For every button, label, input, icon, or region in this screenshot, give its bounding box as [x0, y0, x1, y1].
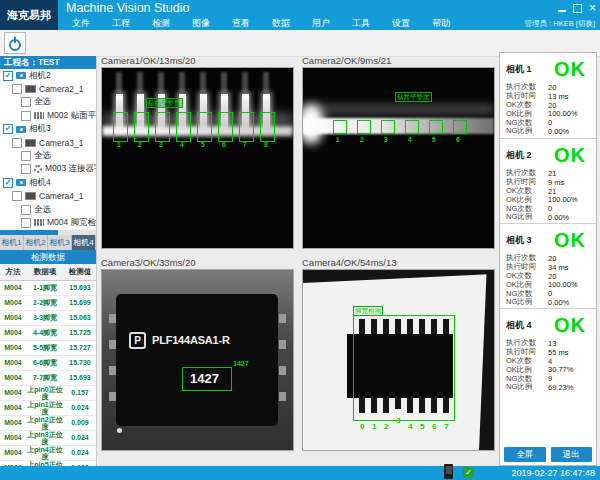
tree-item-camera4-1[interactable]: Camera4_1: [0, 190, 96, 203]
tree-item-camera4[interactable]: ✓相机4: [0, 176, 96, 189]
tree-item-camera2-1[interactable]: Camera2_1: [0, 82, 96, 95]
pin-number: 1: [117, 141, 121, 148]
pin: [109, 340, 116, 349]
menu-item-project[interactable]: 工程: [112, 17, 130, 30]
stat-value: 9 ms: [548, 178, 564, 187]
status-badge: OK: [554, 144, 591, 167]
checkbox[interactable]: [12, 191, 22, 201]
pin: [109, 314, 116, 323]
inspection-box: [260, 112, 275, 142]
table-row[interactable]: M0043-3脚宽15.063: [0, 311, 96, 326]
titlebar: 海克易邦 Machine Vision Studio × 文件 工程 检测 图像…: [0, 0, 600, 30]
maximize-icon[interactable]: [573, 4, 582, 13]
checkbox[interactable]: [12, 84, 22, 94]
checkbox-checked[interactable]: ✓: [3, 178, 13, 188]
tab-camera1[interactable]: 相机1: [0, 235, 24, 250]
menu-item-view[interactable]: 查看: [232, 17, 250, 30]
tree-item-camera2[interactable]: ✓相机2: [0, 69, 96, 82]
admin-switch-link[interactable]: 管理员 : HKEB [切换]: [525, 19, 595, 29]
tab-camera4[interactable]: 相机4: [72, 235, 96, 250]
cell-value: 15.730: [64, 359, 96, 366]
stat-label: NG比例: [506, 212, 548, 222]
stat-value: 100.00%: [548, 109, 578, 118]
table-row[interactable]: M004上pin2正位度0.009: [0, 416, 96, 431]
checkbox[interactable]: [21, 205, 31, 215]
inspection-box: [155, 112, 170, 142]
cell-item: 上pin2正位度: [26, 416, 64, 431]
checkbox-checked[interactable]: ✓: [3, 124, 13, 134]
ocr-result: 1427: [233, 360, 249, 367]
table-row[interactable]: M0044-4脚宽15.725: [0, 326, 96, 341]
table-row[interactable]: M0046-6脚宽15.730: [0, 356, 96, 371]
camera3-panel: Camera3/OK/33ms/20 P PLF144ASA1-R 1427 1…: [101, 256, 296, 451]
stats-camera4: 相机 4OK 执行次数13 执行时间55 ms OK次数4 OK比例30.77%…: [500, 308, 596, 393]
table-row[interactable]: M004上pin3正位度0.024: [0, 431, 96, 446]
pin: [116, 72, 122, 92]
table-row[interactable]: M0045-5脚宽15.727: [0, 341, 96, 356]
checkbox[interactable]: [21, 111, 31, 121]
cell-item: 上pin4正位度: [26, 446, 64, 461]
stats-camera1: 相机 1OK 执行次数20 执行时间13 ms OK次数20 OK比例100.0…: [500, 53, 596, 138]
pin: [279, 366, 286, 375]
tree-item-camera3[interactable]: ✓相机3: [0, 123, 96, 136]
cell-value: 15.727: [64, 344, 96, 351]
exit-button[interactable]: 退出: [551, 447, 593, 462]
menu-item-data[interactable]: 数据: [272, 17, 290, 30]
cell-method: M004: [0, 434, 26, 441]
pin: [279, 340, 286, 349]
project-tree: ✓相机2 Camera2_1 全选 M002 贴面平整度 ✓相机3 Camera…: [0, 69, 96, 230]
pin-number: 2: [384, 422, 388, 431]
menu-item-inspect[interactable]: 检测: [152, 17, 170, 30]
tree-item-select-all[interactable]: 全选: [0, 149, 96, 162]
checkbox[interactable]: [21, 164, 31, 174]
scrollbar-thumb[interactable]: [0, 230, 58, 235]
menu-item-image[interactable]: 图像: [192, 17, 210, 30]
checkbox[interactable]: [12, 138, 22, 148]
table-row[interactable]: M0041-1脚宽15.693: [0, 281, 96, 296]
tree-item-label: M002 贴面平整度: [47, 110, 96, 122]
checkbox[interactable]: [21, 218, 31, 228]
table-row[interactable]: M004上pin1正位度0.024: [0, 401, 96, 416]
tree-horizontal-scrollbar[interactable]: [0, 230, 96, 235]
pin: [109, 392, 116, 401]
table-row[interactable]: M004上pin4正位度0.024: [0, 446, 96, 461]
tree-item-select-all[interactable]: 全选: [0, 203, 96, 216]
tree-item-m004[interactable]: M004 脚宽检测: [0, 216, 96, 229]
stats-camera2: 相机 2OK 执行次数21 执行时间9 ms OK次数21 OK比例100.00…: [500, 138, 596, 223]
cell-item: 1-1脚宽: [26, 284, 64, 291]
cell-item: 7-7脚宽: [26, 374, 64, 381]
camera-icon: [16, 126, 26, 133]
panel-buttons: 全屏 退出: [504, 447, 592, 462]
menu-item-help[interactable]: 帮助: [432, 17, 450, 30]
tree-item-label: Camera4_1: [39, 191, 83, 201]
stat-value: 21: [548, 187, 556, 196]
tab-camera3[interactable]: 相机3: [48, 235, 72, 250]
menu-item-tools[interactable]: 工具: [352, 17, 370, 30]
tool-label: 贴面平整度: [146, 98, 183, 108]
inspection-box: [218, 112, 233, 142]
table-row[interactable]: M0047-7脚宽15.693: [0, 371, 96, 386]
power-button[interactable]: [4, 32, 26, 54]
pin-number: 1: [372, 422, 376, 431]
stat-value: 0.00%: [548, 298, 569, 307]
fullscreen-button[interactable]: 全屏: [504, 447, 546, 462]
table-row[interactable]: M004上pin0正位度0.157: [0, 386, 96, 401]
tree-item-m002[interactable]: M002 贴面平整度: [0, 109, 96, 122]
menu-item-settings[interactable]: 设置: [392, 17, 410, 30]
checkbox[interactable]: [21, 97, 31, 107]
menu-item-file[interactable]: 文件: [72, 17, 90, 30]
window-controls: ×: [558, 2, 596, 14]
tab-camera2[interactable]: 相机2: [24, 235, 48, 250]
camera-tabs: 相机1 相机2 相机3 相机4: [0, 235, 96, 250]
inspection-box: [134, 112, 149, 142]
tree-item-m003[interactable]: M003 连接器字符: [0, 163, 96, 176]
close-icon[interactable]: ×: [589, 2, 596, 14]
tree-item-select-all[interactable]: 全选: [0, 96, 96, 109]
checkbox-checked[interactable]: ✓: [3, 71, 13, 81]
pin: [158, 72, 164, 92]
checkbox[interactable]: [21, 151, 31, 161]
menu-item-user[interactable]: 用户: [312, 17, 330, 30]
table-row[interactable]: M0042-2脚宽15.699: [0, 296, 96, 311]
minimize-icon[interactable]: [558, 5, 566, 12]
tree-item-camera3-1[interactable]: Camera3_1: [0, 136, 96, 149]
